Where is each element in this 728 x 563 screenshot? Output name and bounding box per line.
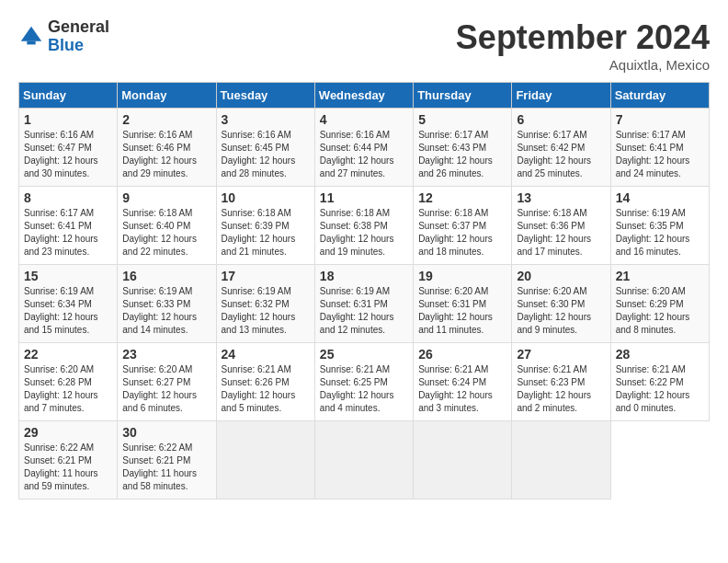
day-number: 17 — [222, 269, 310, 283]
day-detail: Sunrise: 6:20 AM Sunset: 6:29 PM Dayligh… — [616, 285, 704, 337]
day-number: 16 — [122, 269, 210, 283]
col-tuesday: Tuesday — [216, 83, 314, 109]
day-detail: Sunrise: 6:16 AM Sunset: 6:44 PM Dayligh… — [320, 129, 408, 180]
day-detail: Sunrise: 6:19 AM Sunset: 6:34 PM Dayligh… — [24, 285, 112, 337]
day-number: 28 — [616, 347, 704, 362]
logo: General Blue — [18, 18, 109, 55]
day-detail: Sunrise: 6:20 AM Sunset: 6:30 PM Dayligh… — [517, 285, 605, 337]
table-row: 24Sunrise: 6:21 AM Sunset: 6:26 PM Dayli… — [216, 343, 314, 421]
day-number: 11 — [320, 190, 408, 205]
col-friday: Friday — [512, 83, 610, 109]
day-detail: Sunrise: 6:19 AM Sunset: 6:33 PM Dayligh… — [122, 285, 210, 337]
table-row: 15Sunrise: 6:19 AM Sunset: 6:34 PM Dayli… — [19, 265, 118, 343]
day-number: 20 — [517, 269, 605, 283]
day-detail: Sunrise: 6:17 AM Sunset: 6:41 PM Dayligh… — [616, 129, 704, 180]
day-detail: Sunrise: 6:20 AM Sunset: 6:31 PM Dayligh… — [418, 285, 506, 337]
table-row: 2Sunrise: 6:16 AM Sunset: 6:46 PM Daylig… — [118, 109, 216, 187]
day-detail: Sunrise: 6:16 AM Sunset: 6:47 PM Dayligh… — [24, 129, 112, 180]
table-row: 29Sunrise: 6:22 AM Sunset: 6:21 PM Dayli… — [19, 421, 118, 500]
day-detail: Sunrise: 6:21 AM Sunset: 6:23 PM Dayligh… — [517, 363, 605, 415]
day-detail: Sunrise: 6:17 AM Sunset: 6:41 PM Dayligh… — [24, 207, 112, 259]
month-title: September 2024 — [456, 18, 710, 57]
day-number: 2 — [122, 112, 210, 127]
logo-general-text: General — [48, 18, 109, 37]
day-number: 6 — [517, 112, 605, 127]
day-detail: Sunrise: 6:18 AM Sunset: 6:40 PM Dayligh… — [122, 207, 210, 259]
day-number: 29 — [24, 425, 112, 440]
table-row: 7Sunrise: 6:17 AM Sunset: 6:41 PM Daylig… — [610, 109, 709, 187]
svg-marker-0 — [21, 27, 41, 41]
table-row: 4Sunrise: 6:16 AM Sunset: 6:44 PM Daylig… — [314, 109, 413, 187]
svg-rect-1 — [27, 40, 35, 44]
logo-blue-text: Blue — [48, 37, 109, 55]
day-detail: Sunrise: 6:17 AM Sunset: 6:43 PM Dayligh… — [418, 129, 506, 180]
table-row — [512, 421, 610, 500]
calendar-week-row: 15Sunrise: 6:19 AM Sunset: 6:34 PM Dayli… — [19, 265, 710, 343]
day-detail: Sunrise: 6:18 AM Sunset: 6:38 PM Dayligh… — [320, 207, 408, 259]
day-detail: Sunrise: 6:18 AM Sunset: 6:37 PM Dayligh… — [418, 207, 506, 259]
day-number: 14 — [616, 190, 704, 205]
table-row: 11Sunrise: 6:18 AM Sunset: 6:38 PM Dayli… — [314, 187, 413, 265]
table-row: 26Sunrise: 6:21 AM Sunset: 6:24 PM Dayli… — [414, 343, 512, 421]
day-number: 15 — [24, 269, 112, 283]
logo-text: General Blue — [48, 18, 109, 55]
day-detail: Sunrise: 6:21 AM Sunset: 6:24 PM Dayligh… — [418, 363, 506, 415]
logo-icon — [18, 24, 44, 50]
table-row — [414, 421, 512, 500]
table-row — [314, 421, 413, 500]
table-row: 8Sunrise: 6:17 AM Sunset: 6:41 PM Daylig… — [19, 187, 118, 265]
page-header: General Blue September 2024 Aquixtla, Me… — [18, 18, 710, 73]
location-label: Aquixtla, Mexico — [456, 57, 710, 73]
day-number: 13 — [517, 190, 605, 205]
day-detail: Sunrise: 6:19 AM Sunset: 6:31 PM Dayligh… — [320, 285, 408, 337]
col-sunday: Sunday — [19, 83, 118, 109]
table-row — [216, 421, 314, 500]
day-number: 5 — [418, 112, 506, 127]
day-detail: Sunrise: 6:16 AM Sunset: 6:45 PM Dayligh… — [222, 129, 310, 180]
table-row: 19Sunrise: 6:20 AM Sunset: 6:31 PM Dayli… — [414, 265, 512, 343]
calendar-table: Sunday Monday Tuesday Wednesday Thursday… — [18, 82, 710, 500]
day-number: 24 — [222, 347, 310, 362]
day-number: 19 — [418, 269, 506, 283]
day-number: 30 — [122, 425, 210, 440]
day-detail: Sunrise: 6:21 AM Sunset: 6:26 PM Dayligh… — [222, 363, 310, 415]
day-number: 25 — [320, 347, 408, 362]
day-number: 10 — [222, 190, 310, 205]
day-number: 4 — [320, 112, 408, 127]
day-number: 23 — [122, 347, 210, 362]
day-number: 3 — [222, 112, 310, 127]
table-row: 3Sunrise: 6:16 AM Sunset: 6:45 PM Daylig… — [216, 109, 314, 187]
table-row: 9Sunrise: 6:18 AM Sunset: 6:40 PM Daylig… — [118, 187, 216, 265]
day-detail: Sunrise: 6:16 AM Sunset: 6:46 PM Dayligh… — [122, 129, 210, 180]
table-row: 30Sunrise: 6:22 AM Sunset: 6:21 PM Dayli… — [118, 421, 216, 500]
col-saturday: Saturday — [610, 83, 709, 109]
col-wednesday: Wednesday — [314, 83, 413, 109]
day-detail: Sunrise: 6:22 AM Sunset: 6:21 PM Dayligh… — [122, 442, 210, 493]
table-row: 6Sunrise: 6:17 AM Sunset: 6:42 PM Daylig… — [512, 109, 610, 187]
table-row: 18Sunrise: 6:19 AM Sunset: 6:31 PM Dayli… — [314, 265, 413, 343]
table-row: 13Sunrise: 6:18 AM Sunset: 6:36 PM Dayli… — [512, 187, 610, 265]
day-detail: Sunrise: 6:18 AM Sunset: 6:36 PM Dayligh… — [517, 207, 605, 259]
table-row: 21Sunrise: 6:20 AM Sunset: 6:29 PM Dayli… — [610, 265, 709, 343]
calendar-week-row: 29Sunrise: 6:22 AM Sunset: 6:21 PM Dayli… — [19, 421, 710, 500]
table-row: 1Sunrise: 6:16 AM Sunset: 6:47 PM Daylig… — [19, 109, 118, 187]
day-detail: Sunrise: 6:20 AM Sunset: 6:27 PM Dayligh… — [122, 363, 210, 415]
table-row: 17Sunrise: 6:19 AM Sunset: 6:32 PM Dayli… — [216, 265, 314, 343]
day-detail: Sunrise: 6:20 AM Sunset: 6:28 PM Dayligh… — [24, 363, 112, 415]
table-row: 25Sunrise: 6:21 AM Sunset: 6:25 PM Dayli… — [314, 343, 413, 421]
day-number: 9 — [122, 190, 210, 205]
day-number: 22 — [24, 347, 112, 362]
day-detail: Sunrise: 6:21 AM Sunset: 6:25 PM Dayligh… — [320, 363, 408, 415]
table-row: 22Sunrise: 6:20 AM Sunset: 6:28 PM Dayli… — [19, 343, 118, 421]
table-row: 5Sunrise: 6:17 AM Sunset: 6:43 PM Daylig… — [414, 109, 512, 187]
day-detail: Sunrise: 6:19 AM Sunset: 6:32 PM Dayligh… — [222, 285, 310, 337]
title-block: September 2024 Aquixtla, Mexico — [456, 18, 710, 73]
day-number: 21 — [616, 269, 704, 283]
col-monday: Monday — [118, 83, 216, 109]
day-number: 18 — [320, 269, 408, 283]
calendar-week-row: 1Sunrise: 6:16 AM Sunset: 6:47 PM Daylig… — [19, 109, 710, 187]
day-detail: Sunrise: 6:19 AM Sunset: 6:35 PM Dayligh… — [616, 207, 704, 259]
table-row: 23Sunrise: 6:20 AM Sunset: 6:27 PM Dayli… — [118, 343, 216, 421]
day-detail: Sunrise: 6:21 AM Sunset: 6:22 PM Dayligh… — [616, 363, 704, 415]
table-row: 12Sunrise: 6:18 AM Sunset: 6:37 PM Dayli… — [414, 187, 512, 265]
